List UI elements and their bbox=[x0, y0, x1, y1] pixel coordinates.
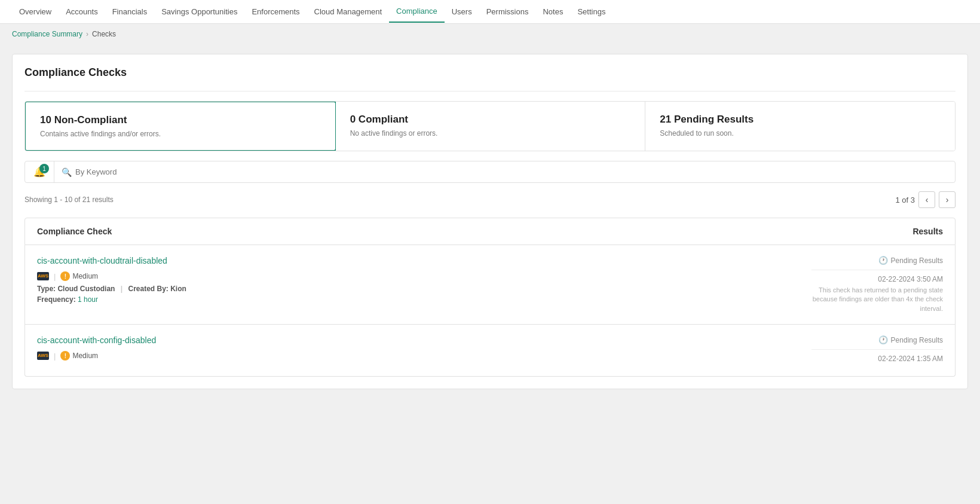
nav-users[interactable]: Users bbox=[445, 1, 479, 22]
clock-icon-1: 🕐 bbox=[878, 256, 888, 265]
severity-icon-1: ! bbox=[60, 271, 70, 281]
pending-badge-1: 🕐 Pending Results bbox=[811, 256, 943, 265]
severity-2: ! Medium bbox=[60, 351, 98, 361]
pending-desc: Scheduled to run soon. bbox=[660, 129, 941, 138]
meta-sep-1: | bbox=[54, 272, 56, 281]
check-meta-1: AWS | ! Medium bbox=[37, 271, 800, 281]
check-right-2: 🕐 Pending Results 02-22-2024 1:35 AM bbox=[800, 335, 943, 365]
type-label-1: Type: bbox=[37, 285, 57, 293]
pending-badge-2: 🕐 Pending Results bbox=[811, 335, 943, 344]
breadcrumb-parent[interactable]: Compliance Summary bbox=[12, 30, 82, 38]
nav-accounts[interactable]: Accounts bbox=[59, 1, 105, 22]
severity-label-2: Medium bbox=[72, 352, 98, 360]
non-compliant-card[interactable]: 10 Non-Compliant Contains active finding… bbox=[24, 101, 336, 151]
nav-notes[interactable]: Notes bbox=[535, 1, 570, 22]
filter-badge: 1 bbox=[39, 164, 49, 173]
result-date-1: 02-22-2024 3:50 AM bbox=[811, 270, 943, 283]
nav-permissions[interactable]: Permissions bbox=[479, 1, 536, 22]
created-value-1: Kion bbox=[170, 285, 186, 293]
compliant-count: 0 Compliant bbox=[350, 114, 631, 126]
check-freq-row-1: Frequency: 1 hour bbox=[37, 295, 800, 304]
main-content: Compliance Checks 10 Non-Compliant Conta… bbox=[0, 44, 980, 399]
result-status-1: Pending Results bbox=[891, 256, 943, 265]
top-navigation: Overview Accounts Financials Savings Opp… bbox=[0, 0, 980, 24]
check-meta-2: AWS | ! Medium bbox=[37, 351, 800, 361]
filter-button[interactable]: 🔔 1 bbox=[25, 161, 54, 182]
col-header-results: Results bbox=[912, 227, 943, 236]
non-compliant-count: 10 Non-Compliant bbox=[40, 114, 321, 126]
type-value-1: Cloud Custodian bbox=[57, 285, 115, 293]
result-note-1: This check has returned to a pending sta… bbox=[811, 286, 943, 313]
check-layout-2: cis-account-with-config-disabled AWS | !… bbox=[37, 335, 943, 365]
compliant-card[interactable]: 0 Compliant No active findings or errors… bbox=[336, 102, 646, 151]
breadcrumb-separator: › bbox=[86, 30, 88, 38]
check-left-2: cis-account-with-config-disabled AWS | !… bbox=[37, 335, 800, 364]
compliance-checks-card: Compliance Checks 10 Non-Compliant Conta… bbox=[12, 54, 968, 389]
type-sep-1: | bbox=[121, 285, 122, 293]
pagination: 1 of 3 ‹ › bbox=[895, 191, 956, 208]
severity-label-1: Medium bbox=[72, 272, 98, 280]
severity-1: ! Medium bbox=[60, 271, 98, 281]
nav-overview[interactable]: Overview bbox=[12, 1, 59, 22]
clock-icon-2: 🕐 bbox=[878, 335, 888, 344]
compliant-desc: No active findings or errors. bbox=[350, 129, 631, 138]
check-layout-1: cis-account-with-cloudtrail-disabled AWS… bbox=[37, 256, 943, 313]
pagination-label: 1 of 3 bbox=[895, 196, 915, 204]
freq-label-1: Frequency: bbox=[37, 295, 78, 304]
nav-cloud-management[interactable]: Cloud Management bbox=[307, 1, 389, 22]
aws-icon-1: AWS bbox=[37, 272, 49, 280]
next-page-button[interactable]: › bbox=[939, 191, 956, 208]
non-compliant-desc: Contains active findings and/or errors. bbox=[40, 130, 321, 138]
filter-bar: 🔔 1 🔍 bbox=[24, 161, 956, 183]
keyword-search-input[interactable] bbox=[75, 167, 948, 176]
nav-settings[interactable]: Settings bbox=[570, 1, 612, 22]
freq-value-1[interactable]: 1 hour bbox=[78, 295, 98, 304]
title-divider bbox=[24, 91, 956, 91]
results-header: Showing 1 - 10 of 21 results 1 of 3 ‹ › bbox=[24, 191, 956, 208]
keyword-search-container: 🔍 bbox=[54, 163, 955, 182]
summary-cards-row: 10 Non-Compliant Contains active finding… bbox=[24, 101, 956, 151]
search-icon: 🔍 bbox=[62, 167, 72, 177]
table-header: Compliance Check Results bbox=[24, 218, 956, 245]
check-link-1[interactable]: cis-account-with-cloudtrail-disabled bbox=[37, 256, 800, 265]
result-status-2: Pending Results bbox=[891, 336, 943, 344]
severity-icon-2: ! bbox=[60, 351, 70, 361]
nav-enforcements[interactable]: Enforcements bbox=[244, 1, 307, 22]
breadcrumb: Compliance Summary › Checks bbox=[0, 24, 980, 44]
nav-compliance[interactable]: Compliance bbox=[389, 1, 445, 23]
check-link-2[interactable]: cis-account-with-config-disabled bbox=[37, 335, 800, 345]
result-date-2: 02-22-2024 1:35 AM bbox=[811, 349, 943, 363]
meta-sep-2: | bbox=[54, 352, 56, 361]
check-left-1: cis-account-with-cloudtrail-disabled AWS… bbox=[37, 256, 800, 304]
check-item-2: cis-account-with-config-disabled AWS | !… bbox=[24, 325, 956, 377]
check-item-1: cis-account-with-cloudtrail-disabled AWS… bbox=[24, 245, 956, 325]
pending-count: 21 Pending Results bbox=[660, 114, 941, 126]
check-type-row-1: Type: Cloud Custodian | Created By: Kion bbox=[37, 285, 800, 293]
prev-page-button[interactable]: ‹ bbox=[918, 191, 935, 208]
nav-financials[interactable]: Financials bbox=[105, 1, 155, 22]
aws-icon-2: AWS bbox=[37, 352, 49, 360]
col-header-check: Compliance Check bbox=[37, 227, 112, 236]
nav-savings[interactable]: Savings Opportunities bbox=[154, 1, 244, 22]
page-title: Compliance Checks bbox=[24, 66, 956, 79]
pending-card[interactable]: 21 Pending Results Scheduled to run soon… bbox=[645, 102, 955, 151]
breadcrumb-current: Checks bbox=[92, 30, 116, 38]
check-right-1: 🕐 Pending Results 02-22-2024 3:50 AM Thi… bbox=[800, 256, 943, 313]
results-count: Showing 1 - 10 of 21 results bbox=[24, 196, 114, 204]
created-label-1: Created By: bbox=[128, 285, 171, 293]
